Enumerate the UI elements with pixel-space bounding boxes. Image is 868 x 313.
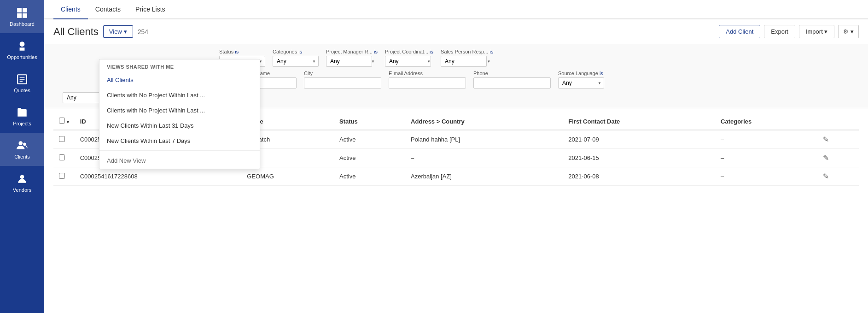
filter-categories: Categories is Any [273, 49, 319, 67]
row-edit-0: ✎ [817, 130, 859, 149]
sidebar-label-opportunities: Opportunities [7, 54, 37, 60]
chevron-down-icon: ▾ [124, 28, 127, 35]
sidebar-item-opportunities[interactable]: Opportunities [0, 33, 44, 66]
gear-icon: ⚙ [843, 28, 849, 35]
sidebar-label-vendors: Vendors [13, 187, 31, 193]
row-checkbox-0 [53, 130, 75, 149]
sidebar: Dashboard Opportunities Quotes Projects … [0, 0, 44, 313]
dashboard-icon [16, 6, 29, 19]
dropdown-item-no-project-1[interactable]: Clients with No Project Within Last ... … [99, 88, 260, 103]
row-status-1: Active [334, 149, 405, 167]
phone-input[interactable] [473, 77, 551, 89]
settings-button[interactable]: ⚙ ▾ [838, 25, 859, 38]
row-select-0[interactable] [59, 136, 65, 142]
header-actions: Add Client Export Import ▾ ⚙ ▾ [719, 25, 859, 38]
row-checkbox-1 [53, 149, 75, 167]
page-title: All Clients [53, 26, 99, 38]
sidebar-item-clients[interactable]: Clients [0, 133, 44, 166]
svg-rect-2 [17, 13, 22, 18]
dropdown-item-new-31[interactable]: New Clients Within Last 31 Days ⧉ [99, 118, 260, 133]
view-dropdown: VIEWS SHARED WITH ME All Clients ⧉ Clien… [99, 59, 260, 169]
row-edit-1: ✎ [817, 149, 859, 167]
svg-rect-0 [17, 8, 22, 12]
dropdown-item-new-7[interactable]: New Clients Within Last 7 Days ⧉ [99, 133, 260, 148]
row-country-0: Poland hahha [PL] [405, 130, 563, 149]
main-content: Clients Contacts Price Lists All Clients… [44, 0, 868, 313]
email-input[interactable] [389, 77, 466, 89]
city-input[interactable] [304, 77, 381, 89]
filter-source-language: Source Language is Any [558, 71, 604, 89]
select-all-checkbox[interactable] [59, 118, 65, 124]
tab-price-lists[interactable]: Price Lists [128, 0, 173, 19]
filter-email: E-mail Address [389, 71, 466, 89]
row-country-2: Azerbaijan [AZ] [405, 167, 563, 186]
filter-project-coordinator: Project Coordinat... is Any [385, 49, 433, 67]
svg-point-9 [18, 141, 23, 145]
page-header: All Clients View ▾ 254 Add Client Export… [44, 19, 868, 44]
col-first-contact: First Contact Date [563, 113, 715, 130]
tab-clients[interactable]: Clients [53, 0, 88, 19]
edit-button-0[interactable]: ✎ [823, 135, 829, 144]
vendors-icon [16, 172, 29, 185]
row-select-2[interactable] [59, 173, 65, 179]
dropdown-item-no-project-2[interactable]: Clients with No Project Within Last ... … [99, 103, 260, 118]
sidebar-label-clients: Clients [14, 154, 30, 159]
row-edit-2: ✎ [817, 167, 859, 186]
add-new-view-button[interactable]: Add New View [99, 153, 260, 169]
sidebar-label-dashboard: Dashboard [10, 21, 35, 27]
row-select-1[interactable] [59, 154, 65, 160]
row-categories-0: – [715, 130, 817, 149]
row-id-2: C0002541617228608 [75, 167, 242, 186]
svg-point-10 [23, 143, 26, 146]
sidebar-item-projects[interactable]: Projects [0, 100, 44, 133]
chevron-down-icon-import: ▾ [824, 28, 827, 35]
sales-person-select[interactable]: Any [441, 56, 487, 67]
sidebar-item-vendors[interactable]: Vendors [0, 166, 44, 199]
quotes-icon [16, 73, 29, 86]
col-country: Address > Country [405, 113, 563, 130]
add-client-button[interactable]: Add Client [719, 25, 760, 38]
sidebar-label-quotes: Quotes [14, 88, 30, 93]
tab-contacts[interactable]: Contacts [88, 0, 128, 19]
project-coordinator-select[interactable]: Any [385, 56, 431, 67]
filter-sales-person: Sales Person Resp... is Any [441, 49, 493, 67]
dropdown-item-all-clients[interactable]: All Clients ⧉ [99, 72, 260, 88]
sidebar-label-projects: Projects [13, 121, 31, 126]
col-actions [817, 113, 859, 130]
filter-city: City [304, 71, 381, 89]
svg-rect-3 [23, 13, 27, 18]
row-categories-1: – [715, 149, 817, 167]
opportunities-icon [16, 40, 29, 53]
col-status: Status [334, 113, 405, 130]
row-contact-date-1: 2021-06-15 [563, 149, 715, 167]
projects-icon [16, 106, 29, 119]
edit-button-2[interactable]: ✎ [823, 172, 829, 181]
row-contact-date-2: 2021-06-08 [563, 167, 715, 186]
sidebar-item-dashboard[interactable]: Dashboard [0, 0, 44, 33]
clients-icon [16, 139, 29, 152]
table-row: C0002541617228608 GEOMAG Active Azerbaij… [53, 167, 859, 186]
client-count: 254 [138, 28, 148, 35]
export-button[interactable]: Export [764, 25, 795, 38]
row-contact-date-0: 2021-07-09 [563, 130, 715, 149]
filter-project-manager: Project Manager R... is Any [326, 49, 378, 67]
import-button[interactable]: Import ▾ [799, 25, 834, 38]
row-categories-2: – [715, 167, 817, 186]
edit-button-1[interactable]: ✎ [823, 154, 829, 162]
col-categories: Categories [715, 113, 817, 130]
view-button[interactable]: View ▾ [103, 25, 133, 38]
source-language-select[interactable]: Any [558, 77, 604, 89]
sidebar-item-quotes[interactable]: Quotes [0, 66, 44, 100]
row-name-2: GEOMAG [241, 167, 334, 186]
row-country-1: – [405, 149, 563, 167]
dropdown-section-title: VIEWS SHARED WITH ME [99, 59, 260, 72]
chevron-down-icon-settings: ▾ [851, 28, 854, 35]
row-status-2: Active [334, 167, 405, 186]
project-manager-select[interactable]: Any [326, 56, 372, 67]
row-status-0: Active [334, 130, 405, 149]
svg-point-4 [20, 41, 25, 47]
tab-bar: Clients Contacts Price Lists [44, 0, 868, 19]
svg-point-11 [20, 175, 24, 179]
categories-select[interactable]: Any [273, 56, 319, 67]
chevron-down-icon-table: ▾ [67, 120, 69, 124]
